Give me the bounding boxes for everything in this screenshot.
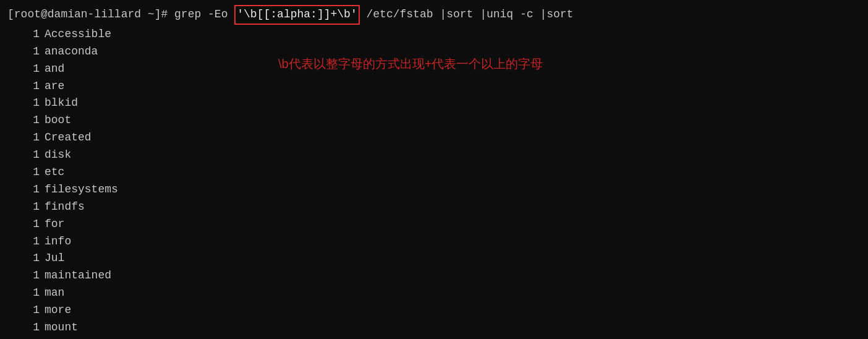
list-item: 1are	[7, 78, 861, 95]
count: 1	[7, 95, 45, 112]
word: on	[45, 337, 58, 339]
list-item: 1mount	[7, 319, 861, 337]
count: 1	[7, 233, 45, 251]
word: boot	[45, 112, 71, 129]
list-item: 1info	[7, 233, 861, 251]
word: Created	[45, 129, 91, 147]
count: 1	[7, 337, 45, 339]
terminal: [root@damian-lillard ~]# grep -Eo '\b[[:…	[0, 0, 868, 339]
word: are	[45, 78, 64, 95]
list-item: 1findfs	[7, 199, 861, 216]
count: 1	[7, 112, 45, 129]
count: 1	[7, 319, 45, 337]
count: 1	[7, 164, 45, 181]
word: filesystems	[45, 181, 118, 199]
list-item: 1Accessible	[7, 26, 861, 43]
word: disk	[45, 147, 71, 164]
count: 1	[7, 147, 45, 164]
list-item: 1Created	[7, 129, 861, 147]
list-item: 1etc	[7, 164, 861, 181]
count: 1	[7, 26, 45, 43]
list-item: 1blkid	[7, 95, 861, 112]
word: maintained	[45, 267, 111, 285]
command-after: /etc/fstab |sort |uniq -c |sort	[360, 6, 574, 24]
list-item: 1on	[7, 337, 861, 339]
list-item: 1disk	[7, 147, 861, 164]
list-item: 1maintained	[7, 267, 861, 285]
command-before: grep -Eo	[174, 6, 234, 24]
word: for	[45, 216, 64, 233]
list-item: 1man	[7, 285, 861, 302]
word: and	[45, 61, 64, 78]
count: 1	[7, 267, 45, 285]
list-item: 1boot	[7, 112, 861, 129]
word: man	[45, 285, 64, 302]
annotation: \b代表以整字母的方式出现+代表一个以上的字母	[278, 54, 543, 74]
word: info	[45, 233, 71, 251]
word: more	[45, 302, 71, 319]
word: findfs	[45, 199, 85, 216]
word: blkid	[45, 95, 78, 112]
count: 1	[7, 129, 45, 147]
count: 1	[7, 78, 45, 95]
count: 1	[7, 61, 45, 78]
prompt: [root@damian-lillard ~]#	[7, 6, 174, 24]
list-item: 1filesystems	[7, 181, 861, 199]
word: Accessible	[45, 26, 111, 43]
list-item: 1for	[7, 216, 861, 233]
word: Jul	[45, 250, 64, 267]
count: 1	[7, 43, 45, 61]
command-line: [root@damian-lillard ~]# grep -Eo '\b[[:…	[7, 5, 861, 25]
word: etc	[45, 164, 64, 181]
list-item: 1more	[7, 302, 861, 319]
count: 1	[7, 216, 45, 233]
list-item: 1Jul	[7, 250, 861, 267]
command-highlight: '\b[[:alpha:]]+\b'	[234, 5, 359, 25]
count: 1	[7, 302, 45, 319]
count: 1	[7, 285, 45, 302]
count: 1	[7, 181, 45, 199]
count: 1	[7, 250, 45, 267]
word: mount	[45, 319, 78, 337]
count: 1	[7, 199, 45, 216]
word: anaconda	[45, 43, 98, 61]
